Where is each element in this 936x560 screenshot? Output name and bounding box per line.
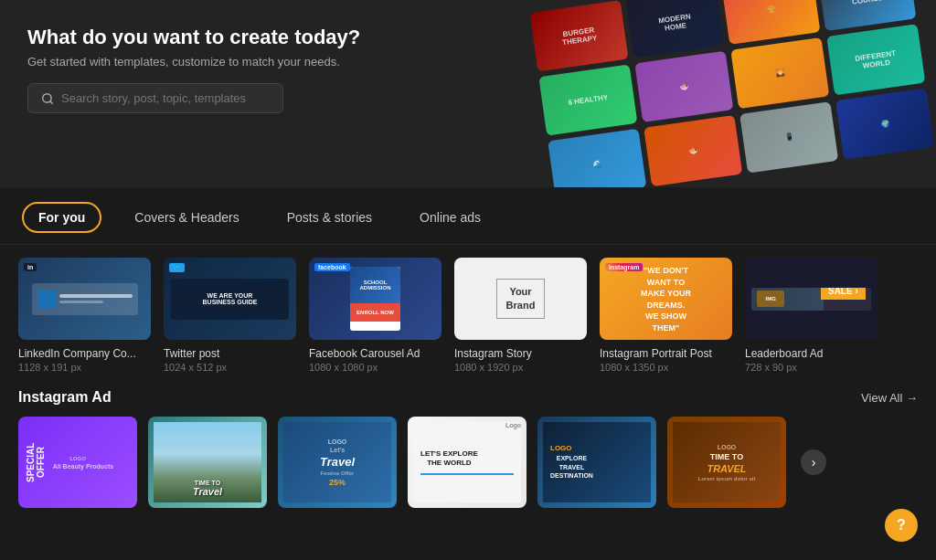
search-icon xyxy=(41,92,54,105)
template-name-facebook: Facebook Carousel Ad xyxy=(309,347,441,360)
template-name-instagram-story: Instagram Story xyxy=(454,347,587,360)
template-size-linkedin: 1128 x 191 px xyxy=(18,362,151,373)
template-card-facebook[interactable]: facebook SCHOOLADMISSION ENROLL NOW Face… xyxy=(309,258,441,373)
template-card-linkedin[interactable]: in LinkedIn Company Co... 1128 x 191 px xyxy=(18,258,151,373)
template-card-instagram-portrait[interactable]: Instagram "WE DON'TWANT TOMAKE YOURDREAM… xyxy=(600,258,732,373)
linkedin-badge: in xyxy=(24,263,37,271)
template-card-leaderboard[interactable]: IMG BIGSALE › Leaderboard Ad 728 x 90 px xyxy=(745,258,878,373)
instagram-ad-section: Instagram Ad View All → LOGO SPECIAL OFF… xyxy=(0,386,936,508)
template-size-twitter: 1024 x 512 px xyxy=(164,362,296,373)
help-button[interactable]: ? xyxy=(885,509,918,542)
instagram-nav-arrow[interactable]: › xyxy=(797,417,830,508)
template-thumb-instagram-portrait: Instagram "WE DON'TWANT TOMAKE YOURDREAM… xyxy=(600,258,732,340)
collage-item: 🍜 xyxy=(644,115,742,186)
big-sale-badge: BIGSALE › xyxy=(821,288,866,300)
collage-item: 🌍 xyxy=(835,88,934,159)
facebook-badge: facebook xyxy=(314,263,350,271)
template-name-instagram-portrait: Instagram Portrait Post xyxy=(600,347,732,360)
section-header: Instagram Ad View All → xyxy=(18,389,918,406)
instagram-cards-grid: LOGO SPECIAL OFFER All Beauty Products T… xyxy=(18,417,918,508)
tabs-bar: For you Covers & Headers Posts & stories… xyxy=(0,187,936,245)
templates-section: in LinkedIn Company Co... 1128 x 191 px … xyxy=(0,245,936,386)
hero-collage: BURGERTHERAPY MODERNHOME 🍔 CASHCOURSE 6 … xyxy=(516,0,936,187)
search-input[interactable] xyxy=(61,91,270,105)
collage-item: MODERNHOME xyxy=(625,0,724,58)
templates-grid: in LinkedIn Company Co... 1128 x 191 px … xyxy=(18,258,918,373)
instagram-card-explore-world[interactable]: LET'S EXPLORETHE WORLD Logo xyxy=(408,417,526,508)
nav-right-arrow-icon: › xyxy=(801,449,826,475)
template-thumb-linkedin: in xyxy=(18,258,151,340)
tab-posts-stories[interactable]: Posts & stories xyxy=(272,204,387,231)
tab-covers-headers[interactable]: Covers & Headers xyxy=(120,204,253,231)
template-name-leaderboard: Leaderboard Ad xyxy=(745,347,878,360)
template-size-leaderboard: 728 x 90 px xyxy=(745,362,878,373)
template-thumb-leaderboard: IMG BIGSALE › xyxy=(745,258,878,340)
instagram-card-travel-mountains[interactable]: TIME TO Travel xyxy=(148,417,267,508)
instagram-card-explore-destination[interactable]: LOGO EXPLORETRAVELDESTINATION xyxy=(537,417,656,508)
svg-line-1 xyxy=(50,100,53,103)
twitter-badge: 🐦 xyxy=(169,263,185,272)
collage-item: DIFFERENTWORLD xyxy=(826,24,925,95)
collage-item: 🌄 xyxy=(730,37,829,109)
collage-item: BURGERTHERAPY xyxy=(529,0,628,71)
tab-for-you[interactable]: For you xyxy=(22,202,101,233)
instagram-card-time-travel-orange[interactable]: LOGO TIME TO TRAVEL Lorem ipsum dolor si… xyxy=(667,417,786,508)
tab-online-ads[interactable]: Online ads xyxy=(405,204,495,231)
collage-item: 🍔 xyxy=(721,0,820,45)
collage-item: 📱 xyxy=(739,101,838,173)
instagram-card-special-offer[interactable]: LOGO SPECIAL OFFER All Beauty Products xyxy=(18,417,137,508)
template-thumb-facebook: facebook SCHOOLADMISSION ENROLL NOW xyxy=(309,258,441,340)
template-thumb-instagram-story: YourBrand xyxy=(454,258,587,340)
collage-item: 🌊 xyxy=(548,129,646,187)
brand-box: YourBrand xyxy=(496,279,546,320)
template-size-facebook: 1080 x 1080 px xyxy=(309,362,441,373)
template-thumb-twitter: 🐦 WE ARE YOURBUSINESS GUIDE xyxy=(164,258,296,340)
template-card-twitter[interactable]: 🐦 WE ARE YOURBUSINESS GUIDE Twitter post… xyxy=(164,258,296,373)
hero-section: What do you want to create today? Get st… xyxy=(0,0,936,187)
instagram-badge: Instagram xyxy=(605,263,643,271)
view-all-button[interactable]: View All → xyxy=(861,391,918,405)
instagram-card-lets-travel[interactable]: LOGO Let's Travel Festive Offer 25% xyxy=(278,417,397,508)
collage-item: 🍜 xyxy=(634,51,733,122)
instagram-section-title: Instagram Ad xyxy=(18,389,112,406)
template-size-instagram-story: 1080 x 1920 px xyxy=(454,362,587,373)
search-bar[interactable] xyxy=(27,83,283,113)
template-card-instagram-story[interactable]: YourBrand Instagram Story 1080 x 1920 px xyxy=(454,258,587,373)
template-name-twitter: Twitter post xyxy=(164,347,296,360)
template-size-instagram-portrait: 1080 x 1350 px xyxy=(600,362,732,373)
template-name-linkedin: LinkedIn Company Co... xyxy=(18,347,151,360)
collage-item: 6 HEALTHY xyxy=(538,64,637,135)
